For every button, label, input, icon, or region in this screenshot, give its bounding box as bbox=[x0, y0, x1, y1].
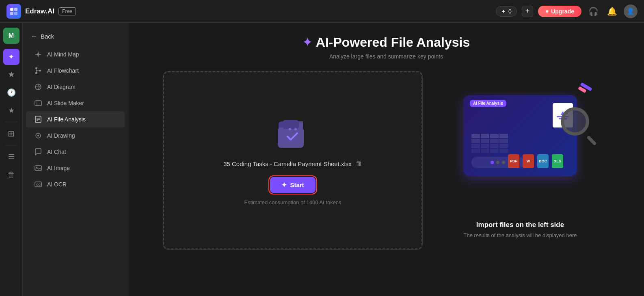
content-row: 35 Coding Tasks - Camelia Payment Sheet.… bbox=[163, 71, 609, 250]
tokens-count: 0 bbox=[508, 8, 512, 15]
image-label: AI Image bbox=[47, 165, 70, 171]
word-icon: W bbox=[523, 154, 534, 168]
icon-bar-item-templates[interactable]: ⊞ bbox=[3, 125, 19, 142]
svg-point-33 bbox=[294, 128, 297, 130]
sidebar-item-mind-map[interactable]: AI Mind Map bbox=[26, 46, 125, 63]
mag-handle bbox=[586, 135, 596, 145]
svg-point-4 bbox=[37, 53, 39, 56]
magnifier-icon bbox=[561, 107, 597, 144]
new-icon: ✦ bbox=[8, 52, 14, 61]
svg-text:OCR: OCR bbox=[36, 183, 42, 186]
icon-bar-item-star[interactable]: ★ bbox=[3, 102, 19, 119]
upgrade-label: Upgrade bbox=[551, 8, 574, 15]
svg-rect-16 bbox=[35, 101, 41, 106]
bell-icon: 🔔 bbox=[607, 6, 617, 16]
file-name-row: 35 Coding Tasks - Camelia Payment Sheet.… bbox=[223, 160, 362, 167]
svg-rect-24 bbox=[35, 166, 41, 171]
mind-map-label: AI Mind Map bbox=[47, 51, 79, 58]
file-icon-wrapper bbox=[274, 115, 311, 152]
svg-rect-1 bbox=[14, 8, 17, 11]
icon-bar: M ✦ 🕐 ★ ⊞ ☰ 🗑 bbox=[0, 23, 23, 296]
trash-icon: 🗑 bbox=[8, 171, 15, 179]
slide-maker-icon bbox=[34, 99, 42, 107]
svg-rect-10 bbox=[39, 70, 41, 71]
dot-3 bbox=[502, 161, 505, 164]
page-subtitle: Analyze large files and summarize key po… bbox=[329, 53, 443, 60]
sidebar-item-flowchart[interactable]: AI Flowchart bbox=[26, 63, 125, 79]
app-name: Edraw.AI bbox=[25, 7, 54, 15]
sparkle-icon: ✦ bbox=[501, 8, 506, 15]
notification-button[interactable]: 🔔 bbox=[605, 4, 619, 18]
svg-rect-2 bbox=[10, 12, 13, 15]
sidebar-item-ocr[interactable]: OCR AI OCR bbox=[26, 176, 125, 192]
icon-bar-item-m[interactable]: M bbox=[3, 28, 19, 44]
templates-icon: ⊞ bbox=[8, 129, 15, 138]
tokens-button[interactable]: ✦ 0 bbox=[496, 6, 517, 17]
preview-illustration: AI File Analysis bbox=[447, 83, 593, 213]
sidebar-item-file-analysis[interactable]: AI File Analysis bbox=[26, 111, 125, 127]
sidebar: ← Back AI Mind Map AI Flowchart AI Diagr… bbox=[23, 23, 128, 296]
sidebar-item-drawing[interactable]: AI Drawing bbox=[26, 127, 125, 144]
icon-bar-item-new[interactable]: ✦ bbox=[3, 49, 19, 65]
icon-bar-item-ai[interactable] bbox=[3, 67, 19, 83]
page-title-text: AI-Powered File Analysis bbox=[316, 35, 470, 50]
avatar-image: 👤 bbox=[627, 7, 635, 15]
diagram-icon bbox=[34, 83, 42, 91]
ai-card-label: AI File Analysis bbox=[470, 100, 506, 107]
start-sparkle-icon: ✦ bbox=[281, 181, 287, 189]
file-name-text: 35 Coding Tasks - Camelia Payment Sheet.… bbox=[223, 160, 352, 167]
headphone-icon: 🎧 bbox=[588, 6, 599, 16]
diagram-label: AI Diagram bbox=[47, 84, 76, 90]
svg-point-23 bbox=[37, 135, 39, 136]
upgrade-button[interactable]: ♥ Upgrade bbox=[538, 6, 581, 17]
sidebar-item-image[interactable]: AI Image bbox=[26, 160, 125, 176]
floating-strips bbox=[578, 82, 592, 95]
pdf-icon: PDF bbox=[508, 154, 519, 168]
ocr-icon: OCR bbox=[34, 180, 42, 188]
dot-2 bbox=[496, 161, 499, 164]
plus-icon: + bbox=[525, 7, 530, 15]
file-analysis-label: AI File Analysis bbox=[47, 116, 86, 123]
page-title: ✦ AI-Powered File Analysis bbox=[303, 35, 470, 50]
headphone-button[interactable]: 🎧 bbox=[586, 4, 600, 18]
sidebar-item-diagram[interactable]: AI Diagram bbox=[26, 79, 125, 95]
delete-file-button[interactable]: 🗑 bbox=[356, 160, 362, 167]
back-label: Back bbox=[41, 33, 54, 40]
icon-bar-divider-2 bbox=[5, 145, 17, 145]
file-icons-row: PDF W DOC XLS bbox=[508, 154, 563, 168]
heart-icon: ♥ bbox=[545, 8, 549, 15]
history-icon: 🕐 bbox=[7, 88, 16, 97]
star-icon: ★ bbox=[8, 106, 15, 115]
preview-panel: AI File Analysis bbox=[431, 71, 609, 250]
chat-label: AI Chat bbox=[47, 149, 66, 155]
free-badge: Free bbox=[58, 7, 76, 15]
icon-bar-item-trash[interactable]: 🗑 bbox=[3, 166, 19, 183]
svg-rect-31 bbox=[283, 120, 299, 129]
svg-rect-9 bbox=[35, 67, 37, 69]
m-icon: M bbox=[9, 32, 14, 39]
avatar[interactable]: 👤 bbox=[624, 4, 638, 18]
ocr-label: AI OCR bbox=[47, 181, 67, 188]
drawing-label: AI Drawing bbox=[47, 132, 75, 139]
flowchart-icon bbox=[34, 67, 42, 75]
start-button[interactable]: ✦ Start bbox=[270, 177, 315, 193]
icon-bar-divider bbox=[5, 122, 17, 122]
topbar: Edraw.AI Free ✦ 0 + ♥ Upgrade 🎧 🔔 👤 bbox=[0, 0, 644, 23]
mag-circle bbox=[561, 107, 589, 136]
preview-subtitle: The results of the analysis will be disp… bbox=[464, 232, 577, 238]
image-icon bbox=[34, 164, 42, 172]
add-button[interactable]: + bbox=[522, 6, 533, 17]
logo-icon bbox=[6, 4, 21, 19]
title-sparkle-icon: ✦ bbox=[303, 36, 312, 49]
icon-bar-item-a[interactable]: ☰ bbox=[3, 149, 19, 165]
topbar-left: Edraw.AI Free bbox=[6, 4, 76, 19]
slide-maker-label: AI Slide Maker bbox=[47, 100, 84, 106]
svg-point-32 bbox=[289, 128, 291, 130]
preview-title: Import files on the left side bbox=[476, 221, 564, 229]
sidebar-item-slide-maker[interactable]: AI Slide Maker bbox=[26, 95, 125, 111]
sidebar-item-chat[interactable]: AI Chat bbox=[26, 144, 125, 160]
back-button[interactable]: ← Back bbox=[23, 29, 128, 46]
svg-rect-30 bbox=[278, 127, 304, 148]
items-icon: ☰ bbox=[8, 152, 15, 161]
icon-bar-item-history[interactable]: 🕐 bbox=[3, 84, 19, 101]
